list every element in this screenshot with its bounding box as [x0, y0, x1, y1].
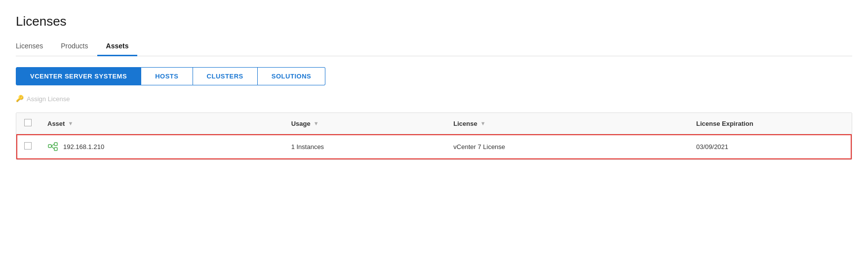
row-usage-value: 1 Instances: [291, 143, 324, 151]
header-license: License ▼: [445, 113, 688, 134]
assign-license-icon: 🔑: [16, 94, 24, 104]
svg-line-5: [51, 146, 54, 149]
assign-license-label[interactable]: Assign License: [27, 95, 70, 103]
top-tabs: Licenses Products Assets: [16, 38, 852, 56]
row-asset-cell: 192.168.1.210: [39, 134, 283, 159]
sub-tabs-section: VCENTER SERVER SYSTEMS HOSTS CLUSTERS SO…: [16, 67, 852, 85]
row-license-cell: vCenter 7 License: [445, 134, 688, 159]
svg-text:🔑: 🔑: [16, 94, 24, 102]
tab-products[interactable]: Products: [52, 38, 97, 56]
header-checkbox-cell: [16, 113, 39, 134]
row-asset-value: 192.168.1.210: [63, 143, 104, 151]
svg-rect-2: [54, 143, 57, 146]
table-header-row: Asset ▼ Usage ▼ License ▼: [16, 113, 852, 134]
svg-rect-3: [54, 148, 57, 151]
header-checkbox[interactable]: [24, 119, 32, 126]
vcenter-server-icon: [47, 141, 58, 152]
row-usage-cell: 1 Instances: [283, 134, 446, 159]
row-checkbox-cell: [16, 134, 39, 159]
row-checkbox[interactable]: [24, 142, 32, 150]
svg-line-4: [51, 144, 54, 146]
svg-rect-1: [48, 145, 51, 148]
assign-license-row: 🔑 Assign License: [16, 94, 852, 104]
header-asset: Asset ▼: [39, 113, 283, 134]
row-expiration-value: 03/09/2021: [696, 143, 728, 151]
sub-tabs: VCENTER SERVER SYSTEMS HOSTS CLUSTERS SO…: [16, 67, 852, 85]
asset-filter-icon[interactable]: ▼: [68, 120, 73, 126]
assets-table-container: Asset ▼ Usage ▼ License ▼: [16, 113, 852, 160]
assets-table: Asset ▼ Usage ▼ License ▼: [16, 113, 852, 159]
page-title: Licenses: [16, 14, 852, 29]
subtab-solutions[interactable]: SOLUTIONS: [258, 67, 326, 85]
licenses-page: Licenses Licenses Products Assets VCENTE…: [0, 0, 868, 264]
subtab-hosts[interactable]: HOSTS: [141, 67, 193, 85]
row-expiration-cell: 03/09/2021: [688, 134, 852, 159]
license-filter-icon[interactable]: ▼: [480, 120, 486, 126]
subtab-vcenter[interactable]: VCENTER SERVER SYSTEMS: [16, 67, 141, 85]
header-usage: Usage ▼: [283, 113, 446, 134]
header-expiration: License Expiration: [688, 113, 852, 134]
tab-licenses[interactable]: Licenses: [16, 38, 52, 56]
subtab-clusters[interactable]: CLUSTERS: [193, 67, 258, 85]
table-row[interactable]: 192.168.1.210 1 Instances vCenter 7 Lice…: [16, 134, 852, 159]
row-license-value: vCenter 7 License: [453, 143, 505, 151]
usage-filter-icon[interactable]: ▼: [314, 120, 319, 126]
tab-assets[interactable]: Assets: [97, 38, 138, 56]
